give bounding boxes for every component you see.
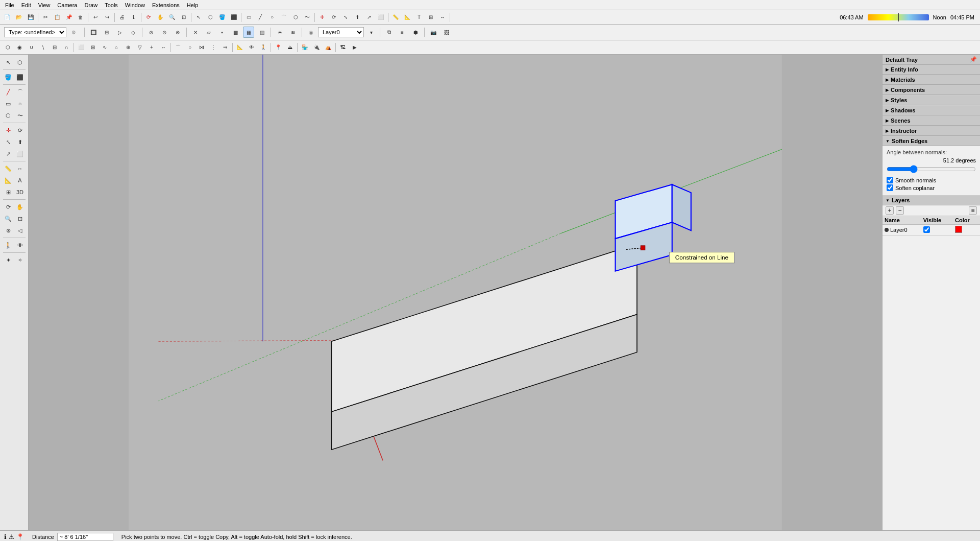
add-detail-btn[interactable]: + xyxy=(146,42,157,53)
menu-window[interactable]: Window xyxy=(122,1,148,9)
split-btn[interactable]: ⋮ xyxy=(208,42,219,53)
redo-button[interactable]: ↪ xyxy=(102,12,113,23)
component-tool-left[interactable]: ⬡ xyxy=(14,57,26,68)
paste-button[interactable]: 📌 xyxy=(63,12,75,23)
drape-btn[interactable]: ▽ xyxy=(134,42,145,53)
erase-button[interactable]: 🗑 xyxy=(75,12,86,23)
orbit-button[interactable]: ⟳ xyxy=(143,12,154,23)
tray-pin-icon[interactable]: 📌 xyxy=(970,56,977,63)
geoloc-btn[interactable]: 📍 xyxy=(273,42,284,53)
soften-edges-header[interactable]: ▼ Soften Edges xyxy=(883,136,980,146)
rect-tool-left[interactable]: ▭ xyxy=(3,98,14,109)
from-contours-btn[interactable]: ∿ xyxy=(99,42,110,53)
match-photo-btn[interactable]: 🖼 xyxy=(441,27,452,38)
eraser-tool[interactable]: ⬛ xyxy=(228,12,239,23)
move-tool[interactable]: ✛ xyxy=(316,12,328,23)
followme-tool-left[interactable]: ↗ xyxy=(3,148,14,159)
smoove-btn[interactable]: ⌂ xyxy=(111,42,122,53)
layers-detail-button[interactable]: ≡ xyxy=(969,206,977,215)
protractor-tool[interactable]: 📐 xyxy=(402,12,413,23)
parallel-proj-btn[interactable]: ⊟ xyxy=(101,27,112,38)
zoomext-left[interactable]: ⊛ xyxy=(3,225,14,236)
status-info-icon[interactable]: ℹ xyxy=(4,533,7,540)
std-views-btn[interactable]: 🔲 xyxy=(88,27,99,38)
sketchup-go-btn[interactable]: ▶ xyxy=(349,42,360,53)
eraser-tool-left[interactable]: ⬛ xyxy=(14,72,26,83)
arc-tool[interactable]: ⌒ xyxy=(278,12,289,23)
layer-expand-btn[interactable]: ▾ xyxy=(365,27,377,38)
zoomwin-left[interactable]: ⊡ xyxy=(14,213,26,224)
tape-tool-left[interactable]: 📏 xyxy=(3,163,14,174)
offset-tool-left[interactable]: ⬜ xyxy=(14,148,26,159)
freehand-tool-left[interactable]: 〜 xyxy=(14,110,26,121)
protractor-left[interactable]: 📐 xyxy=(3,175,14,186)
intersect-btn[interactable]: ∩ xyxy=(61,42,72,53)
line-tool[interactable]: ╱ xyxy=(255,12,266,23)
move-tool-left[interactable]: ✛ xyxy=(3,125,14,136)
iso-btn[interactable]: ◇ xyxy=(128,27,139,38)
menu-extensions[interactable]: Extensions xyxy=(149,1,183,9)
angle-slider[interactable] xyxy=(887,166,976,173)
layer-color-swatch[interactable] xyxy=(955,226,962,233)
line-tool-left[interactable]: ╱ xyxy=(3,86,14,98)
wireframe-btn[interactable]: ▱ xyxy=(203,27,214,38)
save-button[interactable]: 💾 xyxy=(25,12,36,23)
3d-basecamp-btn[interactable]: ⛺ xyxy=(323,42,334,53)
pan-button[interactable]: ✋ xyxy=(155,12,166,23)
viewport[interactable]: Constrained on Line xyxy=(29,55,882,530)
type-icon[interactable]: ⚙ xyxy=(68,27,79,38)
menu-file[interactable]: File xyxy=(2,1,17,9)
hidden-line-btn[interactable]: ▪ xyxy=(216,27,228,38)
pushpull-tool-left[interactable]: ⬆ xyxy=(14,136,26,148)
layers-header[interactable]: ▼ Layers xyxy=(883,196,980,205)
undo-button[interactable]: ↩ xyxy=(90,12,101,23)
status-geolocate-icon[interactable]: 📍 xyxy=(16,533,24,540)
instructor-header[interactable]: ▶ Instructor xyxy=(883,126,980,136)
text-tool-left[interactable]: A xyxy=(14,175,26,186)
rotate-tool[interactable]: ⟳ xyxy=(328,12,339,23)
zoom-left[interactable]: 🔍 xyxy=(3,213,14,224)
pushpull-tool[interactable]: ⬆ xyxy=(352,12,363,23)
entity-info-header[interactable]: ▶ Entity Info xyxy=(883,65,980,75)
3dtext-left[interactable]: 3D xyxy=(14,186,26,198)
zoom-extents-button[interactable]: ⊡ xyxy=(178,12,189,23)
from-scratch-btn[interactable]: ⊞ xyxy=(87,42,99,53)
section-plane-btn[interactable]: ⊘ xyxy=(145,27,157,38)
orbit-left[interactable]: ⟳ xyxy=(3,201,14,213)
outer-shell-btn[interactable]: ◉ xyxy=(14,42,25,53)
weld-btn[interactable]: ⋈ xyxy=(196,42,207,53)
addon1-left[interactable]: ✦ xyxy=(3,254,14,266)
advanced-cam-btn[interactable]: 📷 xyxy=(428,27,439,38)
circle-tool[interactable]: ○ xyxy=(266,12,278,23)
pathcopy-btn[interactable]: ⇒ xyxy=(219,42,231,53)
type-dropdown[interactable]: Type: <undefined> xyxy=(4,27,66,37)
toggleterrain-btn[interactable]: ⛰ xyxy=(284,42,296,53)
monochrome-btn[interactable]: ▨ xyxy=(256,27,267,38)
layer-name-cell[interactable]: Layer0 xyxy=(883,225,921,236)
layer-dropdown[interactable]: Layer0 xyxy=(318,27,364,37)
warehouse-btn[interactable]: 🏪 xyxy=(299,42,310,53)
text-tool[interactable]: T xyxy=(413,12,425,23)
shaded-btn[interactable]: ▩ xyxy=(230,27,241,38)
sandbox-btn[interactable]: ⬜ xyxy=(76,42,87,53)
union-btn[interactable]: ∪ xyxy=(26,42,37,53)
remove-layer-button[interactable]: − xyxy=(896,206,904,215)
shadows-header[interactable]: ▶ Shadows xyxy=(883,106,980,115)
rotate-tool-left[interactable]: ⟳ xyxy=(14,125,26,136)
component-attrib-btn[interactable]: ≡ xyxy=(397,27,408,38)
copy-button[interactable]: 📋 xyxy=(52,12,63,23)
scale-tool[interactable]: ⤡ xyxy=(340,12,351,23)
select-tool[interactable]: ↖ xyxy=(193,12,204,23)
axes-tool[interactable]: ⊞ xyxy=(425,12,436,23)
addon2-left[interactable]: ✧ xyxy=(14,254,26,266)
extension-warehouse-btn[interactable]: 🔌 xyxy=(311,42,322,53)
paint-tool[interactable]: 🪣 xyxy=(216,12,228,23)
walkaround-left[interactable]: 🚶 xyxy=(3,240,14,251)
scale-tool-left[interactable]: ⤡ xyxy=(3,136,14,148)
model-info-button[interactable]: ℹ xyxy=(128,12,139,23)
dynamic-component-btn[interactable]: ⬢ xyxy=(410,27,421,38)
styles-header[interactable]: ▶ Styles xyxy=(883,96,980,105)
menu-edit[interactable]: Edit xyxy=(18,1,34,9)
materials-header[interactable]: ▶ Materials xyxy=(883,75,980,85)
layer-color-cell[interactable] xyxy=(953,225,980,236)
